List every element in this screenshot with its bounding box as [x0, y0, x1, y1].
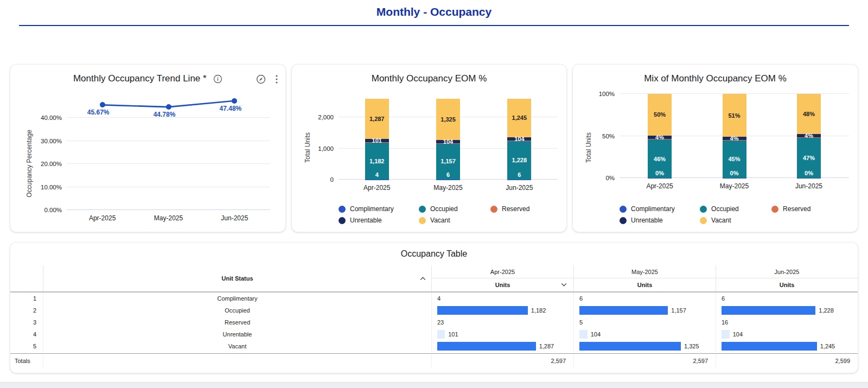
- bar-segment-label: 1,157: [441, 158, 456, 164]
- bar-segment-label: 4%: [805, 132, 813, 139]
- stacked-bar[interactable]: 0%46%4%50%: [648, 94, 672, 178]
- y-axis-tick-label: 0%: [605, 175, 615, 181]
- units-value: 4: [437, 295, 441, 302]
- units-value: 5: [579, 319, 583, 326]
- legend-label: Complimentary: [631, 205, 675, 213]
- x-axis-tick-label: Jun-2025: [506, 184, 533, 192]
- units-subheader-text: Units: [780, 282, 795, 288]
- units-value-cell: 1,325: [573, 340, 716, 352]
- units-subheader-label: Units: [716, 278, 858, 291]
- trend-data-point[interactable]: [232, 98, 237, 104]
- bar-segment-label: 51%: [729, 112, 741, 119]
- unit-status-cell: Unrentable: [43, 328, 431, 340]
- chart-title-mix-occupancy: Mix of Monthly Occupancy EOM %: [644, 73, 787, 84]
- units-value: 1,325: [684, 343, 699, 349]
- bar-segment-label: 0%: [805, 170, 813, 176]
- legend-swatch: [620, 206, 627, 213]
- chart-title-occupancy-eom: Monthly Occupancy EOM %: [372, 73, 487, 84]
- units-value-cell: 1,157: [573, 304, 716, 316]
- trend-data-point[interactable]: [100, 102, 105, 107]
- legend-swatch: [771, 206, 778, 213]
- totals-status-cell: [43, 354, 431, 367]
- units-data-bar: [722, 330, 730, 339]
- stacked-bar[interactable]: 0%45%4%51%: [723, 94, 746, 178]
- legend-item-reserved[interactable]: Reserved: [490, 205, 556, 213]
- legend-item-unrentable[interactable]: Unrentable: [620, 217, 700, 224]
- unit-status-header-text: Unit Status: [221, 275, 253, 282]
- table-header: Unit StatusApr-2025UnitsMay-2025UnitsJun…: [10, 265, 858, 292]
- legend-item-unrentable[interactable]: Unrentable: [339, 217, 419, 224]
- table-row: 4Unrentable101104104: [10, 328, 858, 340]
- bar-segment-label: 0%: [730, 170, 739, 176]
- y-axis-tick-label: 40.00%: [41, 115, 62, 121]
- bar-segment-label: 50%: [654, 111, 666, 118]
- legend-swatch: [419, 217, 426, 224]
- stacked-bar[interactable]: 41,1821011,287: [365, 94, 389, 180]
- chart-title-trend-line: Monthly Occupancy Trend Line *: [73, 73, 207, 84]
- units-data-bar: [579, 306, 668, 315]
- unit-status-cell: Vacant: [43, 340, 431, 352]
- units-data-bar: [437, 330, 445, 339]
- table-header-unit-status: Unit Status: [43, 265, 431, 291]
- legend-item-occupied[interactable]: Occupied: [419, 205, 490, 213]
- trend-line-card-header: Monthly Occupancy Trend Line *: [10, 73, 285, 87]
- y-axis-title-trend: Occupancy Percentage: [25, 130, 33, 198]
- x-axis-tick-label: Apr-2025: [646, 182, 673, 190]
- bar-segment-label: 47%: [803, 155, 815, 161]
- trend-data-point[interactable]: [166, 104, 171, 110]
- stacked-bar[interactable]: 61,1571041,325: [436, 94, 460, 180]
- legend-item-occupied[interactable]: Occupied: [700, 205, 771, 213]
- y-axis-tick-label: 2,000: [318, 114, 334, 120]
- totals-value: 2,597: [551, 358, 566, 364]
- units-value: 6: [579, 295, 583, 302]
- bar-segment-label: 1,245: [512, 115, 527, 121]
- info-icon[interactable]: [213, 74, 222, 84]
- x-axis-tick-label: May-2025: [720, 182, 749, 190]
- table-row: 2Occupied1,1821,1571,228: [10, 304, 858, 316]
- legend-swatch: [490, 206, 497, 213]
- legend-swatch: [419, 206, 426, 213]
- sort-ascending-icon[interactable]: [420, 277, 426, 281]
- occupancy-eom-card: Monthly Occupancy EOM % Total Units 01,0…: [291, 64, 567, 232]
- bar-segment-label: 4%: [730, 135, 739, 142]
- page-title: Monthly - Occupancy: [0, 5, 868, 18]
- explore-compass-icon[interactable]: [256, 74, 266, 84]
- y-axis-tick-label: 1,000: [318, 145, 334, 152]
- totals-value: 2,597: [693, 358, 708, 364]
- month-header-label: Apr-2025: [432, 265, 573, 278]
- units-subheader-text: Units: [637, 282, 653, 288]
- units-value-cell: 16: [716, 316, 858, 328]
- legend-swatch: [339, 206, 346, 213]
- units-data-bar: [722, 306, 815, 315]
- stacked-bar[interactable]: 0%47%4%48%: [797, 94, 821, 178]
- units-value: 1,245: [820, 343, 835, 349]
- legend-item-vacant[interactable]: Vacant: [419, 217, 490, 224]
- y-axis-tick-label: 10.00%: [41, 184, 62, 190]
- legend-label: Complimentary: [350, 205, 394, 213]
- bar-segment-label: 4: [375, 171, 379, 178]
- legend-label: Unrentable: [350, 217, 382, 224]
- units-value: 101: [448, 331, 458, 338]
- unit-status-cell: Complimentary: [43, 292, 431, 304]
- legend-item-vacant[interactable]: Vacant: [700, 217, 771, 224]
- bar-segment-label: 45%: [729, 156, 741, 162]
- more-vert-icon[interactable]: [276, 75, 278, 84]
- bar-segment-label: 1,325: [441, 116, 456, 123]
- mix-occupancy-card: Mix of Monthly Occupancy EOM % Total Uni…: [572, 64, 858, 232]
- units-value-cell: 104: [573, 328, 716, 340]
- bar-segment-label: 0%: [655, 170, 664, 176]
- bar-segment-label: 104: [443, 138, 453, 145]
- units-subheader-label: Units: [574, 278, 716, 291]
- legend-item-complimentary[interactable]: Complimentary: [620, 205, 700, 213]
- units-data-bar: [437, 306, 528, 315]
- stacked-bar[interactable]: 61,2281041,245: [507, 94, 531, 180]
- legend-item-reserved[interactable]: Reserved: [771, 205, 837, 213]
- month-header-label: May-2025: [574, 265, 716, 278]
- page-header: Monthly - Occupancy: [0, 0, 868, 26]
- units-value-cell: 1,245: [716, 340, 858, 352]
- legend-item-complimentary[interactable]: Complimentary: [339, 205, 419, 213]
- occupancy-eom-plot: 01,0002,000Apr-2025May-2025Jun-202541,18…: [339, 94, 558, 180]
- trend-line-card: Monthly Occupancy Trend Line * Occupancy…: [10, 64, 286, 232]
- units-dropdown-chevron-icon[interactable]: [561, 283, 567, 287]
- totals-label: Totals: [10, 358, 43, 364]
